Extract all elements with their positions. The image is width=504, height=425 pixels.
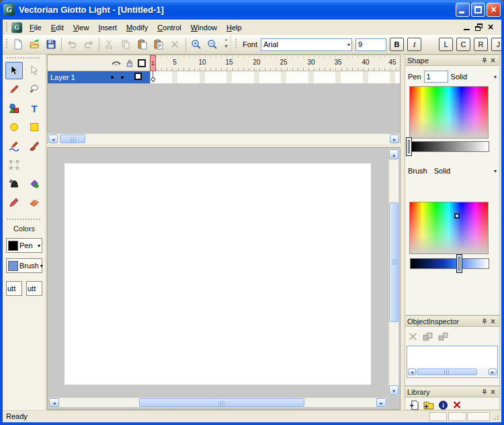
eye-icon[interactable] xyxy=(111,58,122,69)
delete-item-icon[interactable] xyxy=(452,400,462,410)
scroll-right-icon[interactable]: ▸ xyxy=(489,369,497,375)
pin-icon[interactable] xyxy=(480,56,489,65)
scroll-right-icon[interactable]: ▸ xyxy=(390,134,399,143)
eyedropper-tool-button[interactable] xyxy=(5,194,23,211)
menu-help[interactable]: Help xyxy=(222,22,247,34)
menu-file[interactable]: File xyxy=(25,22,46,34)
frames-strip[interactable] xyxy=(150,71,400,83)
timeline-scroll-thumb[interactable] xyxy=(60,134,85,143)
zoom-out-button[interactable] xyxy=(205,37,220,52)
mdi-restore-button[interactable] xyxy=(475,24,482,31)
delete-object-icon[interactable] xyxy=(408,332,418,342)
menu-view[interactable]: View xyxy=(69,22,94,34)
object-list-scrollbar[interactable]: ◂ ▸ xyxy=(408,369,497,377)
title-bar[interactable]: G Vectorian Giotto Light - [Untitled-1] … xyxy=(0,0,504,20)
stage-canvas[interactable] xyxy=(65,163,371,385)
free-transform-tool-button[interactable] xyxy=(5,156,23,173)
library-header[interactable]: Library × xyxy=(405,387,499,397)
shapes-tool-button[interactable] xyxy=(5,100,23,117)
align-right-button[interactable]: R xyxy=(474,38,488,51)
pen-color-combo[interactable]: Pen ▾ xyxy=(6,238,42,253)
canvas-hscroll-thumb[interactable] xyxy=(139,398,304,407)
shape-panel-header[interactable]: Shape × xyxy=(405,55,499,66)
close-icon[interactable]: × xyxy=(489,56,497,65)
layer-outline-toggle[interactable] xyxy=(134,73,142,80)
scroll-up-icon[interactable]: ▴ xyxy=(389,149,398,159)
arrow-tool-button[interactable] xyxy=(5,62,23,79)
menu-modify[interactable]: Modify xyxy=(122,22,153,34)
scroll-down-icon[interactable]: ▾ xyxy=(389,385,398,395)
timeline-scrollbar[interactable]: ◂ ▸ xyxy=(48,134,400,144)
brush-value-slider[interactable] xyxy=(410,258,489,269)
brush-color-gradient[interactable] xyxy=(409,202,489,254)
cap-style-button-2[interactable]: utt xyxy=(26,281,42,296)
align-left-button[interactable]: L xyxy=(439,38,453,51)
font-family-combo[interactable]: ▾ xyxy=(261,38,352,51)
pin-icon[interactable] xyxy=(480,317,489,325)
object-list-scroll-thumb[interactable] xyxy=(417,369,477,375)
font-size-input[interactable] xyxy=(355,38,386,51)
object-list[interactable]: ◂ ▸ xyxy=(407,346,498,378)
frame-ruler[interactable]: 5 10 15 20 25 30 35 40 45 xyxy=(150,55,400,71)
new-symbol-icon[interactable] xyxy=(409,400,419,410)
menu-control[interactable]: Control xyxy=(153,22,185,34)
canvas-vscroll-thumb[interactable] xyxy=(389,202,398,322)
colors-section-grip[interactable] xyxy=(7,218,42,221)
menu-edit[interactable]: Edit xyxy=(46,22,69,34)
cut-button[interactable] xyxy=(102,37,117,52)
maximize-button[interactable] xyxy=(471,3,485,17)
justify-button[interactable]: J xyxy=(491,38,501,51)
pen-value-slider-thumb[interactable] xyxy=(406,137,412,156)
chevron-down-icon[interactable]: ▾ xyxy=(40,263,43,269)
mdi-close-button[interactable]: × xyxy=(488,23,497,32)
rectangle-tool-button[interactable] xyxy=(26,118,43,136)
scroll-left-icon[interactable]: ◂ xyxy=(48,134,58,143)
paste-button[interactable] xyxy=(134,37,149,52)
scroll-left-icon[interactable]: ◂ xyxy=(408,369,416,375)
brush-tool-button[interactable] xyxy=(26,137,43,155)
chevron-down-icon[interactable]: ▾ xyxy=(494,168,497,174)
new-folder-icon[interactable] xyxy=(423,399,434,410)
canvas-hscrollbar[interactable]: ◂ ▸ xyxy=(48,397,387,408)
mdi-minimize-button[interactable] xyxy=(464,24,470,30)
align-center-button[interactable]: C xyxy=(456,38,470,51)
close-icon[interactable]: × xyxy=(489,317,497,325)
layer-visible-dot[interactable] xyxy=(111,76,114,79)
copy-button[interactable] xyxy=(118,37,133,52)
chevron-down-icon[interactable]: ▾ xyxy=(347,43,350,47)
brush-color-combo[interactable]: Brush ▾ xyxy=(6,258,42,273)
zoom-in-button[interactable] xyxy=(189,37,204,52)
italic-button[interactable]: I xyxy=(407,38,421,51)
open-button[interactable] xyxy=(27,37,42,52)
cap-style-button-1[interactable]: utt xyxy=(6,281,22,296)
ink-bottle-tool-button[interactable] xyxy=(5,175,23,192)
new-button[interactable] xyxy=(11,37,26,52)
paint-bucket-tool-button[interactable] xyxy=(26,175,43,192)
layer-row[interactable]: Layer 1 xyxy=(48,71,400,83)
save-button[interactable] xyxy=(44,37,58,52)
properties-info-icon[interactable]: i xyxy=(438,400,448,410)
toolbar-overflow-button[interactable]: »▾ xyxy=(222,37,230,52)
fontbar-grip[interactable] xyxy=(235,39,237,50)
tools-panel-grip[interactable] xyxy=(7,56,42,59)
lasso-tool-button[interactable] xyxy=(26,81,43,98)
line-tool-button[interactable] xyxy=(5,81,23,98)
pen-width-input[interactable] xyxy=(424,71,448,83)
brush-color-swatch[interactable] xyxy=(8,261,18,271)
pin-icon[interactable] xyxy=(480,387,489,396)
pencil-tool-button[interactable] xyxy=(5,137,23,155)
brush-value-slider-thumb[interactable] xyxy=(456,254,462,273)
playhead[interactable]: 1 xyxy=(150,55,156,71)
outline-mode-icon[interactable] xyxy=(138,59,146,67)
chevron-down-icon[interactable]: ▾ xyxy=(38,243,40,249)
paste-special-button[interactable]: P xyxy=(151,37,166,52)
brush-style-combo[interactable]: Solid ▾ xyxy=(434,167,497,175)
close-button[interactable]: × xyxy=(487,3,501,17)
font-family-input[interactable] xyxy=(261,38,352,51)
undo-button[interactable] xyxy=(65,37,79,52)
scroll-left-icon[interactable]: ◂ xyxy=(49,398,59,407)
chevron-down-icon[interactable]: ▾ xyxy=(494,74,497,80)
pen-color-swatch[interactable] xyxy=(8,241,18,251)
toolbar-grip[interactable] xyxy=(5,39,8,50)
bold-button[interactable]: B xyxy=(390,38,404,51)
